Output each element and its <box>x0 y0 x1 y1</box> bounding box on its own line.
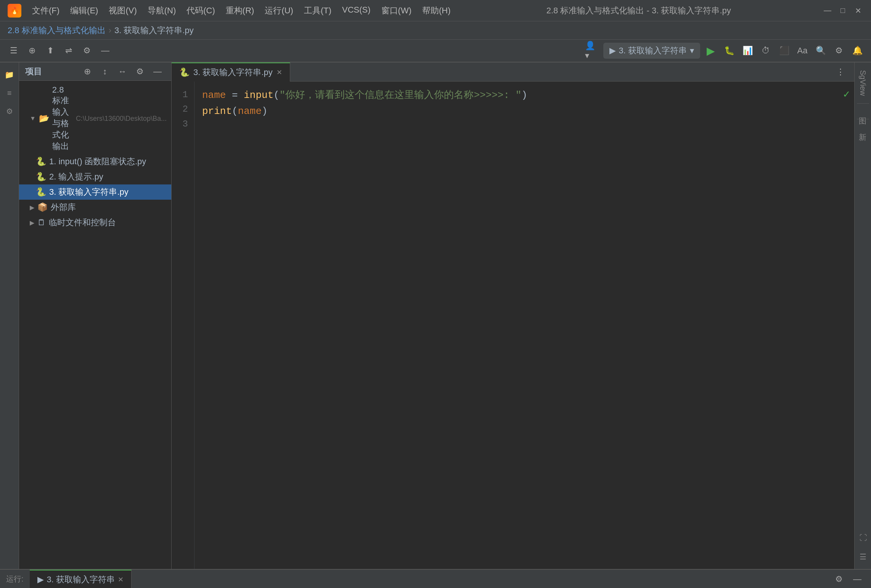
project-collapse-icon[interactable]: ↕ <box>97 64 112 79</box>
toolbar-add-button[interactable]: ⊕ <box>24 43 40 58</box>
sidebar-icons: 📁 ≡ ⚙ <box>0 62 19 569</box>
tree-item-external-lib[interactable]: ▶ 📦 外部库 <box>19 200 171 215</box>
expand-arrow-root: ▼ <box>30 115 36 122</box>
diagram-tab[interactable]: 图 <box>855 107 870 116</box>
coverage-button[interactable]: 📊 <box>740 43 755 58</box>
project-add-icon[interactable]: ⊕ <box>80 64 95 79</box>
toolbar-settings-button[interactable]: ⚙ <box>79 43 95 58</box>
sgview-tab[interactable]: SgView <box>856 66 869 100</box>
maximize-button[interactable]: □ <box>837 5 848 16</box>
line-num-1: 1 <box>175 88 191 102</box>
settings-button[interactable]: ⚙ <box>831 43 847 58</box>
profile-button[interactable]: ⏱ <box>758 43 773 58</box>
toolbar-expand-button[interactable]: ⇌ <box>61 43 76 58</box>
window-title: 2.8 标准输入与格式化输出 - 3. 获取输入字符串.py <box>455 5 822 16</box>
code-token-lparen2: ( <box>232 104 238 120</box>
menu-vcs[interactable]: VCS(S) <box>337 3 375 18</box>
menu-tools[interactable]: 工具(T) <box>299 3 336 18</box>
project-panel: 项目 ⊕ ↕ ↔ ⚙ — ▼ 📂 2.8 标准输入与格式化输出 C:\Users… <box>19 62 172 569</box>
main-layout: 📁 ≡ ⚙ 项目 ⊕ ↕ ↔ ⚙ — ▼ 📂 2.8 标准输入与格式化输出 C:… <box>0 62 871 569</box>
menu-window[interactable]: 窗口(W) <box>377 3 416 18</box>
py-icon-3: 🐍 <box>36 187 46 197</box>
new-tab[interactable]: 新 <box>855 122 870 131</box>
tree-item-root[interactable]: ▼ 📂 2.8 标准输入与格式化输出 C:\Users\13600\Deskto… <box>19 83 171 154</box>
translate-button[interactable]: Aa <box>795 43 810 58</box>
run-config-icon: ▶ <box>609 46 616 56</box>
code-token-name: name <box>202 88 226 104</box>
menu-refactor[interactable]: 重构(R) <box>221 3 259 18</box>
code-token-eq: = <box>226 88 244 104</box>
run-config-dropdown-icon: ▾ <box>690 46 694 56</box>
minimize-button[interactable]: — <box>822 5 833 16</box>
title-bar: 🔥 文件(F) 编辑(E) 视图(V) 导航(N) 代码(C) 重构(R) 运行… <box>0 0 871 21</box>
editor-settings-icon[interactable]: ⋮ <box>833 64 848 80</box>
debug-button[interactable]: 🐛 <box>722 43 737 58</box>
project-close-icon[interactable]: — <box>150 64 165 79</box>
code-token-name2: name <box>238 104 262 120</box>
tree-item-file2[interactable]: 🐍 2. 输入提示.py <box>19 169 171 184</box>
code-token-rparen2: ) <box>262 104 268 120</box>
project-gear-icon[interactable]: ⚙ <box>132 64 148 79</box>
notifications-button[interactable]: 🔔 <box>850 43 865 58</box>
bottom-tabs-right: ⚙ — <box>831 572 871 587</box>
sidebar-right-icon1[interactable]: ⛶ <box>856 529 869 546</box>
code-token-str: "你好，请看到这个信息在这里输入你的名称>>>>>: " <box>280 88 521 104</box>
editor-tab-bar: 🐍 3. 获取输入字符串.py ✕ ⋮ <box>172 62 854 82</box>
stop-button[interactable]: ⬛ <box>776 43 792 58</box>
sidebar-icon-settings[interactable]: ⚙ <box>2 104 17 119</box>
tree-root-path: C:\Users\13600\Desktop\Ba... <box>76 115 167 123</box>
run-config-label: 3. 获取输入字符串 <box>619 45 687 56</box>
run-config-button[interactable]: ▶ 3. 获取输入字符串 ▾ <box>603 43 700 59</box>
toolbar-nav-up-button[interactable]: ⬆ <box>43 43 58 58</box>
menu-run[interactable]: 运行(U) <box>260 3 298 18</box>
code-line-3 <box>202 119 831 135</box>
terminal-close-icon[interactable]: — <box>850 572 865 587</box>
search-button[interactable]: 🔍 <box>813 43 828 58</box>
menu-edit[interactable]: 编辑(E) <box>66 3 103 18</box>
sidebar-icon-project[interactable]: 📁 <box>2 67 17 82</box>
menu-code[interactable]: 代码(C) <box>182 3 220 18</box>
title-bar-left: 🔥 文件(F) 编辑(E) 视图(V) 导航(N) 代码(C) 重构(R) 运行… <box>8 3 455 18</box>
tree-item-file1[interactable]: 🐍 1. input() 函数阻塞状态.py <box>19 154 171 169</box>
syntax-ok-icon: ✓ <box>839 82 854 569</box>
code-token-rparen1: ) <box>521 88 527 104</box>
bottom-tab-run[interactable]: ▶ 3. 获取输入字符串 ✕ <box>30 570 132 588</box>
breadcrumb-project[interactable]: 2.8 标准输入与格式化输出 <box>8 25 106 36</box>
line-num-2: 2 <box>175 102 191 117</box>
run-tab-icon: ▶ <box>37 575 44 585</box>
app-logo: 🔥 <box>8 4 21 18</box>
menu-file[interactable]: 文件(F) <box>27 3 64 18</box>
run-button[interactable]: ▶ <box>703 43 718 58</box>
code-content[interactable]: name = input ( "你好，请看到这个信息在这里输入你的名称>>>>>… <box>194 82 839 569</box>
code-token-lparen1: ( <box>273 88 280 104</box>
temp-icon: 🗒 <box>37 218 46 228</box>
project-toggle-button[interactable]: ☰ <box>6 43 21 58</box>
toolbar-collapse-button[interactable]: — <box>98 43 113 58</box>
right-panel-tabs: SgView 图 新 ⛶ ☰ <box>854 62 871 569</box>
tree-item-temp[interactable]: ▶ 🗒 临时文件和控制台 <box>19 215 171 230</box>
menu-help[interactable]: 帮助(H) <box>418 3 455 18</box>
user-menu-button[interactable]: 👤 ▾ <box>585 43 600 58</box>
editor-area: 🐍 3. 获取输入字符串.py ✕ ⋮ 1 2 3 <box>172 62 854 569</box>
tree-item-file3[interactable]: 🐍 3. 获取输入字符串.py <box>19 184 171 200</box>
code-token-print: print <box>202 104 232 120</box>
project-header: 项目 ⊕ ↕ ↔ ⚙ — <box>19 62 171 81</box>
menu-view[interactable]: 视图(V) <box>104 3 141 18</box>
expand-arrow-temp: ▶ <box>30 219 34 226</box>
editor-wrapper: 🐍 3. 获取输入字符串.py ✕ ⋮ 1 2 3 <box>172 62 854 569</box>
close-button[interactable]: ✕ <box>853 5 863 16</box>
sidebar-icon-structure[interactable]: ≡ <box>2 85 17 101</box>
project-title: 项目 <box>25 66 42 77</box>
tab-main-file[interactable]: 🐍 3. 获取输入字符串.py ✕ <box>172 62 290 82</box>
code-editor[interactable]: 1 2 3 name = input ( "你好，请看到这个信息在这里输入你的名… <box>172 82 854 569</box>
tab-close-button[interactable]: ✕ <box>276 68 282 77</box>
tree-file2-label: 2. 输入提示.py <box>49 171 103 183</box>
run-label: 运行: <box>0 574 30 584</box>
sidebar-right-icon2[interactable]: ☰ <box>856 548 870 566</box>
project-expand-icon[interactable]: ↔ <box>115 64 130 79</box>
run-tab-close[interactable]: ✕ <box>118 575 124 584</box>
project-tree: ▼ 📂 2.8 标准输入与格式化输出 C:\Users\13600\Deskto… <box>19 81 171 569</box>
bottom-tabs-left: 运行: ▶ 3. 获取输入字符串 ✕ <box>0 570 132 588</box>
terminal-settings-icon[interactable]: ⚙ <box>831 572 847 587</box>
menu-navigate[interactable]: 导航(N) <box>143 3 181 18</box>
